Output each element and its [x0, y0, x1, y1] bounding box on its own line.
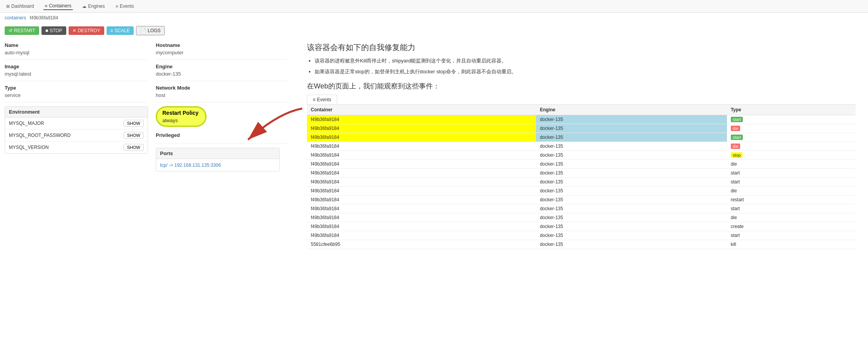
env-show-mysql-root-password[interactable]: SHOW: [124, 132, 144, 139]
nav-engines-label: Engines: [88, 3, 105, 9]
hostname-value: mycomputer: [156, 50, 288, 55]
table-row: f49b36fa9184docker-135start: [307, 178, 856, 187]
event-container: f49b36fa9184: [307, 133, 536, 142]
restart-button[interactable]: ↺ RESTART: [5, 26, 39, 35]
table-row: f49b36fa9184docker-135start: [307, 115, 856, 124]
destroy-icon: ✕: [72, 28, 76, 33]
environment-box: Environment MYSQL_MAJOR SHOW MYSQL_ROOT_…: [5, 106, 148, 154]
event-container: f49b36fa9184: [307, 204, 536, 213]
event-engine: docker-135: [536, 195, 727, 204]
dashboard-icon: ⊞: [6, 4, 10, 9]
event-engine: docker-135: [536, 240, 727, 249]
table-row: f49b36fa9184docker-135create: [307, 222, 856, 231]
annotation-bullet-1: 该容器的进程被意外Kill而停止时，shipyard能监测到这个变化，并且自动重…: [315, 57, 856, 64]
engine-label: Engine: [156, 64, 288, 69]
hostname-label: Hostname: [156, 42, 288, 48]
image-label: Image: [5, 64, 148, 69]
event-type: kill: [727, 240, 856, 249]
event-container: f49b36fa9184: [307, 142, 536, 151]
hostname-section: Hostname mycomputer: [156, 38, 288, 60]
privileged-section: Privileged: [156, 128, 288, 144]
event-engine: docker-135: [536, 142, 727, 151]
table-row: f49b36fa9184docker-135start: [307, 133, 856, 142]
event-type: die: [727, 124, 856, 133]
nav-containers[interactable]: ≡ Containers: [43, 2, 73, 10]
events-table: Container Engine Type f49b36fa9184docker…: [307, 105, 856, 249]
nav-engines[interactable]: ☁ Engines: [81, 3, 106, 10]
restart-policy-section: Restart Policy always: [156, 102, 288, 128]
env-show-mysql-major[interactable]: SHOW: [124, 120, 144, 127]
env-key-mysql-version: MYSQL_VERSION: [9, 145, 49, 150]
event-engine: docker-135: [536, 160, 727, 169]
env-key-mysql-major: MYSQL_MAJOR: [9, 121, 44, 126]
annotation-list: 该容器的进程被意外Kill而停止时，shipyard能监测到这个变化，并且自动重…: [307, 57, 856, 75]
event-engine: docker-135: [536, 124, 727, 133]
event-type: die: [727, 142, 856, 151]
breadcrumb-containers-link[interactable]: containers: [5, 15, 26, 21]
event-container: f49b36fa9184: [307, 178, 536, 187]
logs-button[interactable]: 📄 LOGS: [136, 26, 165, 35]
event-container: 5581cfee6b95: [307, 240, 536, 249]
top-nav: ⊞ Dashboard ≡ Containers ☁ Engines ≡ Eve…: [0, 0, 868, 13]
env-row-mysql-major: MYSQL_MAJOR SHOW: [5, 118, 148, 130]
events-tab-label: Events: [317, 97, 331, 102]
destroy-button[interactable]: ✕ DESTROY: [69, 26, 104, 35]
event-container: f49b36fa9184: [307, 151, 536, 160]
table-row: f49b36fa9184docker-135stop: [307, 151, 856, 160]
engine-value: docker-135: [156, 71, 288, 77]
events-tab[interactable]: ≡ Events: [307, 95, 337, 104]
event-engine: docker-135: [536, 169, 727, 178]
event-container: f49b36fa9184: [307, 115, 536, 124]
privileged-label: Privileged: [156, 132, 288, 138]
right-panel: 该容器会有如下的自我修复能力 该容器的进程被意外Kill而停止时，shipyar…: [288, 38, 863, 253]
event-engine: docker-135: [536, 231, 727, 240]
nav-events[interactable]: ≡ Events: [114, 3, 136, 10]
env-key-mysql-root-password: MYSQL_ROOT_PASSWORD: [9, 133, 71, 138]
event-engine: docker-135: [536, 187, 727, 195]
ports-link[interactable]: tcp/ -> 192.168.131.135:3306: [160, 162, 221, 168]
event-type: die: [727, 213, 856, 222]
nav-containers-label: Containers: [49, 3, 71, 9]
event-type: start: [727, 204, 856, 213]
annotation-bullet-2: 如果该容器是正常stop的，如登录到主机上执行docker stop命令，则此容…: [315, 68, 856, 75]
event-type: start: [727, 115, 856, 124]
nav-dashboard[interactable]: ⊞ Dashboard: [5, 3, 36, 10]
action-bar: ↺ RESTART ■ STOP ✕ DESTROY ≡ SCALE 📄 LOG…: [0, 23, 868, 38]
event-type: start: [727, 169, 856, 178]
env-row-mysql-version: MYSQL_VERSION SHOW: [5, 142, 148, 153]
table-row: f49b36fa9184docker-135die: [307, 124, 856, 133]
name-value: auto-mysql: [5, 50, 148, 55]
event-container: f49b36fa9184: [307, 187, 536, 195]
col-engine: Engine: [536, 105, 727, 115]
table-row: 5581cfee6b95docker-135kill: [307, 240, 856, 249]
event-type: die: [727, 160, 856, 169]
table-row: f49b36fa9184docker-135restart: [307, 195, 856, 204]
stop-button[interactable]: ■ STOP: [41, 26, 66, 35]
events-icon: ≡: [116, 4, 118, 9]
event-engine: docker-135: [536, 204, 727, 213]
scale-icon: ≡: [110, 28, 113, 33]
event-engine: docker-135: [536, 133, 727, 142]
breadcrumb-current: f49b36fa9184: [30, 15, 58, 21]
logs-icon: 📄: [140, 28, 146, 33]
event-container: f49b36fa9184: [307, 222, 536, 231]
table-row: f49b36fa9184docker-135die: [307, 187, 856, 195]
table-row: f49b36fa9184docker-135die: [307, 142, 856, 151]
scale-button[interactable]: ≡ SCALE: [107, 26, 134, 35]
name-section: Name auto-mysql: [5, 38, 148, 60]
event-container: f49b36fa9184: [307, 169, 536, 178]
event-container: f49b36fa9184: [307, 195, 536, 204]
events-tab-icon: ≡: [313, 97, 315, 102]
ports-header: Ports: [156, 148, 279, 159]
event-type: restart: [727, 195, 856, 204]
annotation-subtitle: 在Web的页面上，我们能观察到这些事件：: [307, 81, 856, 91]
table-row: f49b36fa9184docker-135die: [307, 213, 856, 222]
env-show-mysql-version[interactable]: SHOW: [124, 144, 144, 151]
left-panel: Name auto-mysql Image mysql:latest Type …: [5, 38, 148, 253]
event-type: start: [727, 133, 856, 142]
event-type: stop: [727, 151, 856, 160]
type-value: service: [5, 92, 148, 98]
nav-events-label: Events: [120, 3, 134, 9]
event-container: f49b36fa9184: [307, 124, 536, 133]
table-row: f49b36fa9184docker-135start: [307, 169, 856, 178]
